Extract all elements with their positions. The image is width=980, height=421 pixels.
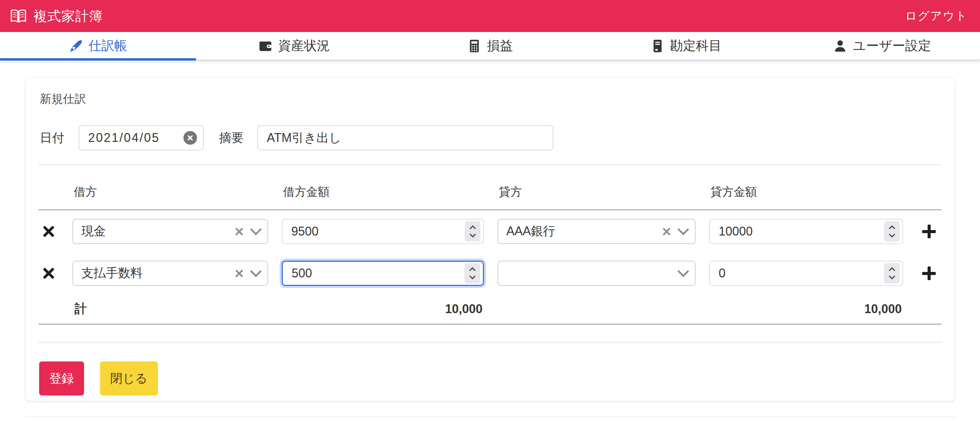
tab-assets[interactable]: 資産状況 — [196, 32, 392, 59]
tab-label: 資産状況 — [278, 37, 330, 54]
step-down-icon[interactable] — [889, 273, 895, 279]
step-up-icon[interactable] — [889, 225, 895, 231]
main-content: 新規仕訳 日付 2021/04/05 摘要 ATM引き出し 借方 借方金額 貸方… — [0, 61, 980, 417]
step-up-icon[interactable] — [469, 267, 476, 273]
number-stepper[interactable] — [884, 221, 900, 242]
add-row-icon[interactable] — [922, 225, 936, 238]
summary-label: 摘要 — [219, 130, 243, 146]
total-label: 計 — [73, 300, 268, 317]
debit-account-select[interactable]: 支払手数料 — [73, 261, 268, 286]
tab-journal[interactable]: 仕訳帳 — [0, 32, 196, 59]
ledger-icon — [650, 39, 665, 53]
select-value: 現金 — [81, 223, 235, 239]
clear-select-icon[interactable] — [662, 227, 671, 236]
chevron-down-icon[interactable] — [250, 223, 262, 235]
chevron-down-icon[interactable] — [678, 223, 689, 235]
date-input[interactable]: 2021/04/05 — [79, 125, 204, 150]
tab-label: ユーザー設定 — [853, 37, 931, 54]
calculator-icon — [467, 39, 482, 53]
delete-row-icon[interactable] — [43, 225, 55, 238]
amount-value: 500 — [292, 266, 465, 281]
divider — [38, 342, 942, 343]
amount-value: 0 — [719, 266, 884, 281]
number-stepper[interactable] — [465, 263, 480, 284]
tab-label: 勘定科目 — [670, 37, 722, 54]
wallet-icon — [258, 39, 272, 53]
active-tab-underline — [0, 58, 196, 61]
clear-select-icon[interactable] — [235, 269, 243, 278]
credit-amount-input[interactable]: 0 — [709, 261, 903, 286]
select-value: 支払手数料 — [81, 265, 235, 281]
step-down-icon[interactable] — [469, 273, 476, 279]
col-header-debit: 借方 — [73, 184, 268, 200]
logout-button[interactable]: ログアウト — [905, 8, 968, 24]
brand: 複式家計簿 — [10, 7, 103, 26]
add-row-icon[interactable] — [922, 266, 936, 280]
action-buttons: 登録 閉じる — [39, 362, 942, 395]
user-icon — [833, 39, 847, 53]
chevron-down-icon[interactable] — [678, 265, 689, 277]
table-header-row: 借方 借方金額 貸方 貸方金額 — [38, 166, 942, 210]
app-title: 複式家計簿 — [33, 7, 103, 26]
entry-row-2: 支払手数料 500 0 — [38, 252, 942, 294]
amount-value: 10000 — [719, 224, 884, 239]
step-up-icon[interactable] — [469, 225, 476, 231]
col-header-credit: 貸方 — [498, 184, 695, 200]
step-down-icon[interactable] — [889, 231, 895, 237]
clear-select-icon[interactable] — [235, 227, 243, 236]
pen-icon — [69, 39, 83, 53]
total-credit-amount: 10,000 — [709, 302, 903, 316]
date-label: 日付 — [40, 130, 64, 146]
step-down-icon[interactable] — [469, 231, 476, 237]
date-value: 2021/04/05 — [88, 131, 183, 145]
entry-meta-row: 日付 2021/04/05 摘要 ATM引き出し — [38, 125, 942, 150]
step-up-icon[interactable] — [889, 267, 895, 273]
clear-date-icon[interactable] — [183, 131, 197, 145]
debit-account-select[interactable]: 現金 — [73, 219, 268, 244]
register-button[interactable]: 登録 — [39, 362, 84, 395]
tab-bar: 仕訳帳 資産状況 損益 — [0, 32, 980, 61]
credit-account-select[interactable] — [498, 261, 695, 286]
close-button[interactable]: 閉じる — [100, 362, 158, 395]
number-stepper[interactable] — [884, 263, 900, 284]
tab-profit-loss[interactable]: 損益 — [392, 32, 588, 59]
entry-row-1: 現金 9500 AAA銀行 10000 — [38, 210, 942, 252]
card-title: 新規仕訳 — [40, 91, 942, 106]
amount-value: 9500 — [291, 224, 465, 239]
select-value: AAA銀行 — [506, 223, 662, 239]
tab-label: 損益 — [487, 37, 513, 54]
delete-row-icon[interactable] — [43, 267, 55, 279]
tab-accounts[interactable]: 勘定科目 — [588, 32, 784, 59]
new-entry-card: 新規仕訳 日付 2021/04/05 摘要 ATM引き出し 借方 借方金額 貸方… — [25, 78, 955, 401]
chevron-down-icon[interactable] — [250, 265, 262, 277]
col-header-debit-amount: 借方金額 — [282, 184, 484, 200]
number-stepper[interactable] — [465, 221, 480, 242]
credit-amount-input[interactable]: 10000 — [709, 219, 903, 244]
credit-account-select[interactable]: AAA銀行 — [498, 219, 695, 244]
open-book-icon — [10, 8, 27, 24]
debit-amount-input-focused[interactable]: 500 — [282, 261, 484, 286]
total-debit-amount: 10,000 — [282, 302, 484, 316]
tab-user-settings[interactable]: ユーザー設定 — [784, 32, 980, 59]
col-header-credit-amount: 貸方金額 — [709, 184, 903, 200]
x-glyph — [186, 134, 194, 142]
total-row: 計 10,000 10,000 — [38, 294, 942, 325]
bottom-divider — [25, 416, 955, 417]
summary-input[interactable]: ATM引き出し — [257, 125, 553, 150]
debit-amount-input[interactable]: 9500 — [282, 219, 484, 244]
tab-label: 仕訳帳 — [89, 37, 127, 54]
app-header: 複式家計簿 ログアウト — [0, 0, 980, 32]
summary-value: ATM引き出し — [267, 130, 341, 146]
